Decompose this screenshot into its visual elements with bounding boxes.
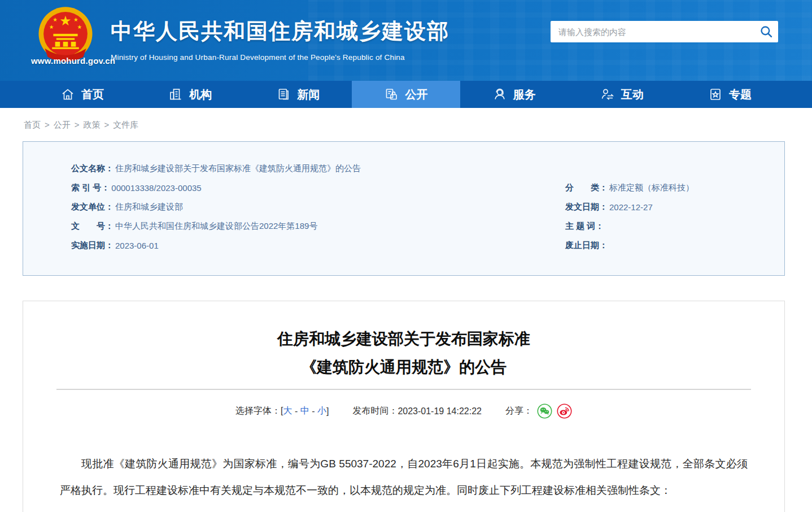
nav-item-home[interactable]: 首页 [28,81,136,108]
search-icon [759,25,773,38]
breadcrumb-separator: > [104,120,110,129]
doc-issue-date-label: 发文日期： [565,202,608,212]
breadcrumb-library[interactable]: 文件库 [113,120,138,129]
search-input[interactable] [551,21,778,42]
doc-issue-date-value: 2022-12-27 [609,202,653,212]
article-meta-row: 选择字体：[大 - 中 - 小] 发布时间： 2023-01-19 14:22:… [23,403,784,419]
doc-category-value: 标准定额（标准科技） [609,183,694,193]
article-body-paragraph: 现批准《建筑防火通用规范》为国家标准，编号为GB 55037-2022，自202… [60,450,748,504]
nav-item-services[interactable]: 服务 [460,81,568,108]
doc-row: 实施日期： 2023-06-01 废止日期： [71,236,773,255]
doc-issuer-label: 发文单位： [71,202,113,212]
publish-time-group: 发布时间： 2023-01-19 14:22:22 [352,405,482,417]
article-title: 住房和城乡建设部关于发布国家标准 《建筑防火通用规范》的公告 [23,325,784,381]
doc-effective-date-value: 2023-06-01 [115,241,159,250]
doc-name-label: 公文名称： [71,163,113,174]
svg-text:★: ★ [53,16,58,23]
breadcrumb-disclosure[interactable]: 公开 [54,120,71,129]
title-divider [56,389,751,390]
breadcrumb-policy[interactable]: 政策 [84,120,101,129]
doc-index-value: 000013338/2023-00035 [111,183,201,193]
search-button[interactable] [759,25,774,40]
doc-row: 文 号： 中华人民共和国住房和城乡建设部公告2022年第189号 主 题 词： [71,216,773,236]
weibo-share-icon[interactable] [557,403,572,419]
breadcrumb: 首页>公开>政策>文件库 [24,120,785,131]
main-nav: 首页 机构 新闻 公开 服务 [0,81,812,108]
nav-item-label: 公开 [405,87,427,102]
doc-row: 索 引 号： 000013338/2023-00035 分 类： 标准定额（标准… [71,178,773,197]
site-header: ★ ★ ★ ★ ★ www.mohurd.gov.cn 中华人民共和国住房和城乡… [0,0,812,81]
font-chooser-prefix: 选择字体：[ [235,405,283,417]
font-size-chooser: 选择字体：[大 - 中 - 小] [235,405,329,417]
font-chooser-sep: - [292,406,300,416]
publish-time-label: 发布时间： [352,405,398,417]
svg-text:★: ★ [73,16,78,23]
search-box [551,21,778,42]
nav-item-label: 互动 [621,87,644,102]
nav-item-disclosure[interactable]: 公开 [352,81,460,108]
organization-icon [168,87,183,102]
doc-row-name: 公文名称： 住房和城乡建设部关于发布国家标准《建筑防火通用规范》的公告 [71,159,773,178]
nav-item-label: 新闻 [297,87,320,102]
disclosure-lock-icon [384,87,399,102]
doc-effective-date-label: 实施日期： [71,240,113,251]
news-icon [276,87,291,102]
site-title-block: 中华人民共和国住房和城乡建设部 Ministry of Housing and … [111,17,449,62]
interaction-icon [600,87,615,102]
wechat-share-icon[interactable] [537,403,552,419]
article-title-line1: 住房和城乡建设部关于发布国家标准 [23,325,784,353]
nav-item-organization[interactable]: 机构 [136,81,244,108]
doc-number-label: 文 号： [71,221,113,232]
site-title: 中华人民共和国住房和城乡建设部 [111,17,449,46]
breadcrumb-separator: > [45,120,50,129]
share-group: 分享： [505,403,572,419]
nav-item-interaction[interactable]: 互动 [568,81,676,108]
doc-repeal-date-label: 废止日期： [565,240,608,251]
service-agent-icon [492,87,507,102]
nav-item-label: 专题 [729,87,752,102]
svg-text:★: ★ [77,24,82,30]
font-size-small-link[interactable]: 小 [317,405,326,417]
doc-index-label: 索 引 号： [71,183,110,193]
font-chooser-sep: - [309,406,317,416]
font-chooser-suffix: ] [326,406,329,416]
doc-name-value: 住房和城乡建设部关于发布国家标准《建筑防火通用规范》的公告 [115,163,361,174]
doc-row: 发文单位： 住房和城乡建设部 发文日期： 2022-12-27 [71,197,773,216]
home-icon [60,87,75,102]
article-title-line2: 《建筑防火通用规范》的公告 [23,353,784,381]
doc-category-label: 分 类： [565,183,608,193]
nav-item-topics[interactable]: 专题 [676,81,784,108]
document-info-panel: 公文名称： 住房和城乡建设部关于发布国家标准《建筑防火通用规范》的公告 索 引 … [23,141,785,276]
nav-item-label: 服务 [513,87,536,102]
breadcrumb-separator: > [75,120,80,129]
nav-item-label: 首页 [81,87,104,102]
publish-time-value: 2023-01-19 14:22:22 [398,406,482,416]
nav-item-label: 机构 [189,87,212,102]
doc-number-value: 中华人民共和国住房和城乡建设部公告2022年第189号 [115,221,317,232]
share-label: 分享： [505,405,532,417]
font-size-medium-link[interactable]: 中 [300,405,309,417]
nav-item-news[interactable]: 新闻 [244,81,352,108]
font-size-large-link[interactable]: 大 [283,405,292,417]
breadcrumb-home[interactable]: 首页 [24,120,41,129]
site-url: www.mohurd.gov.cn [31,56,115,66]
doc-subject-label: 主 题 词： [565,221,604,232]
svg-text:★: ★ [59,13,71,28]
topics-star-icon [708,87,723,102]
site-subtitle: Ministry of Housing and Urban-Rural Deve… [111,53,449,62]
article-panel: 住房和城乡建设部关于发布国家标准 《建筑防火通用规范》的公告 选择字体：[大 -… [23,301,785,512]
doc-issuer-value: 住房和城乡建设部 [115,202,183,212]
svg-text:★: ★ [49,24,54,30]
